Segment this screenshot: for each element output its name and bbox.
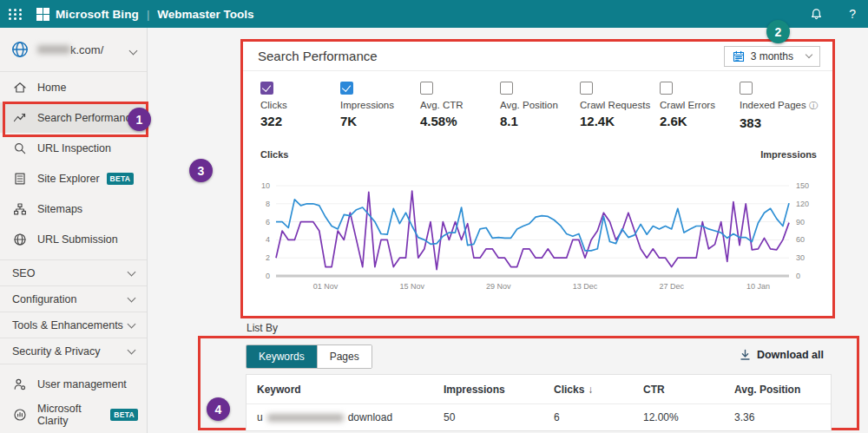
site-globe-icon (10, 40, 30, 59)
svg-text:01 Nov: 01 Nov (313, 282, 339, 291)
col-impressions[interactable]: Impressions (444, 384, 554, 396)
metric-avg-ctr[interactable]: Avg. CTR 4.58% (420, 82, 500, 130)
blurred-keyword-segment (267, 414, 344, 422)
impressions-checkbox[interactable] (340, 82, 353, 95)
col-keyword[interactable]: Keyword (257, 384, 444, 396)
app-launcher-waffle-icon[interactable] (9, 9, 23, 20)
svg-text:0: 0 (266, 272, 270, 280)
clicks-checkbox[interactable] (260, 82, 273, 95)
globe-icon (12, 232, 27, 246)
document-list-icon (12, 171, 27, 186)
download-all-button[interactable]: Download all (740, 349, 824, 361)
search-magnifier-icon (12, 141, 27, 155)
page-title: Search Performance (258, 49, 378, 63)
sidebar-item-sitemaps[interactable]: Sitemaps (0, 194, 147, 224)
notifications-bell-icon[interactable] (810, 7, 823, 21)
search-performance-panel: Search Performance 3 months Clicks 322 I… (240, 39, 835, 318)
metrics-row: Clicks 322 Impressions 7K Avg. CTR 4.58%… (243, 71, 832, 130)
sitemap-hierarchy-icon (12, 201, 27, 216)
brand-webmaster-tools: Webmaster Tools (157, 8, 253, 21)
metric-impressions[interactable]: Impressions 7K (340, 82, 420, 130)
annotation-circle-3: 3 (189, 159, 213, 182)
svg-text:150: 150 (796, 181, 809, 190)
svg-text:29 Nov: 29 Nov (486, 282, 511, 291)
date-range-dropdown[interactable]: 3 months (724, 46, 820, 67)
col-ctr[interactable]: CTR (643, 384, 734, 396)
sidebar: k.com/ Home Search Performance URL Inspe… (0, 28, 148, 433)
sidebar-section-configuration[interactable]: Configuration (0, 286, 147, 312)
site-domain: k.com/ (37, 43, 103, 56)
sidebar-item-url-inspection[interactable]: URL Inspection (0, 133, 147, 163)
svg-text:8: 8 (266, 200, 270, 208)
table-row[interactable]: u download 50 6 12.00% 3.36 (247, 403, 831, 430)
indexed-pages-checkbox[interactable] (740, 82, 753, 95)
col-avg-position[interactable]: Avg. Position (734, 384, 831, 396)
divider (0, 364, 147, 364)
metric-avg-position[interactable]: Avg. Position 8.1 (500, 82, 580, 130)
crawl-requests-checkbox[interactable] (580, 82, 593, 95)
sidebar-section-seo[interactable]: SEO (0, 260, 147, 285)
crawl-errors-checkbox[interactable] (660, 82, 673, 95)
site-selector[interactable]: k.com/ (0, 28, 147, 72)
sidebar-item-url-submission[interactable]: URL Submission (0, 224, 147, 254)
tab-pages[interactable]: Pages (317, 345, 372, 368)
chevron-down-icon (128, 293, 136, 302)
sidebar-item-search-performance[interactable]: Search Performance (0, 102, 147, 133)
svg-text:120: 120 (796, 200, 809, 208)
clicks-cell: 6 (554, 411, 643, 423)
chevron-down-icon (806, 51, 812, 58)
table-header-row: Keyword Impressions Clicks↓ CTR Avg. Pos… (247, 375, 831, 403)
sidebar-section-tools-enhancements[interactable]: Tools & Enhancements (0, 312, 147, 338)
performance-line-chart[interactable]: 0246810030609012015001 Nov15 Nov29 Nov13… (253, 180, 822, 295)
avg-ctr-checkbox[interactable] (420, 82, 433, 95)
home-icon (12, 80, 27, 95)
keywords-table: Keyword Impressions Clicks↓ CTR Avg. Pos… (246, 374, 832, 431)
calendar-icon (733, 50, 745, 62)
annotation-circle-2: 2 (766, 20, 790, 43)
annotation-circle-4: 4 (207, 397, 230, 421)
avg-position-cell: 3.36 (734, 411, 831, 423)
blurred-domain-segment (37, 45, 70, 54)
help-icon[interactable]: ? (849, 7, 856, 21)
info-icon[interactable]: ⓘ (809, 101, 818, 110)
svg-text:13 Dec: 13 Dec (573, 282, 598, 291)
list-by-label: List By (247, 322, 278, 334)
sort-desc-icon: ↓ (588, 384, 593, 396)
avg-position-checkbox[interactable] (500, 82, 513, 95)
svg-text:2: 2 (266, 253, 270, 262)
beta-badge: BETA (110, 409, 138, 421)
clarity-logo-icon (12, 407, 27, 422)
sidebar-section-security-privacy[interactable]: Security & Privacy (0, 338, 147, 364)
keyword-cell[interactable]: u download (257, 411, 444, 423)
metric-crawl-errors[interactable]: Crawl Errors 2.6K (660, 82, 740, 130)
svg-text:0: 0 (796, 272, 800, 280)
svg-text:6: 6 (266, 218, 270, 226)
trend-chart-icon (12, 110, 27, 125)
tab-keywords[interactable]: Keywords (247, 345, 317, 368)
svg-text:4: 4 (266, 235, 270, 244)
col-clicks[interactable]: Clicks↓ (554, 384, 643, 396)
svg-text:10 Jan: 10 Jan (746, 282, 770, 291)
impressions-cell: 50 (444, 411, 554, 423)
svg-text:27 Dec: 27 Dec (659, 282, 684, 291)
chevron-down-icon (128, 267, 136, 276)
top-app-bar: Microsoft Bing | Webmaster Tools ? (0, 0, 868, 28)
beta-badge: BETA (107, 173, 135, 185)
brand-separator: | (147, 8, 149, 21)
metric-crawl-requests[interactable]: Crawl Requests 12.4K (580, 82, 660, 130)
download-icon (740, 349, 751, 361)
sidebar-item-home[interactable]: Home (0, 72, 147, 102)
list-by-panel: Keywords Pages Download all Keyword Impr… (198, 336, 859, 430)
sidebar-item-user-management[interactable]: User management (0, 369, 147, 399)
chevron-down-icon (128, 345, 136, 354)
annotation-circle-1: 1 (128, 108, 151, 131)
metric-clicks[interactable]: Clicks 322 (260, 82, 340, 130)
metric-indexed-pages[interactable]: Indexed Pages ⓘ 383 (740, 82, 819, 130)
site-chevron-down-icon[interactable] (130, 42, 136, 57)
list-by-tabs: Keywords Pages (246, 344, 372, 369)
sidebar-item-site-explorer[interactable]: Site Explorer BETA (0, 163, 147, 194)
svg-text:10: 10 (261, 181, 270, 190)
person-gear-icon (12, 377, 27, 391)
svg-text:15 Nov: 15 Nov (399, 282, 424, 291)
sidebar-item-microsoft-clarity[interactable]: Microsoft Clarity BETA (0, 399, 147, 430)
